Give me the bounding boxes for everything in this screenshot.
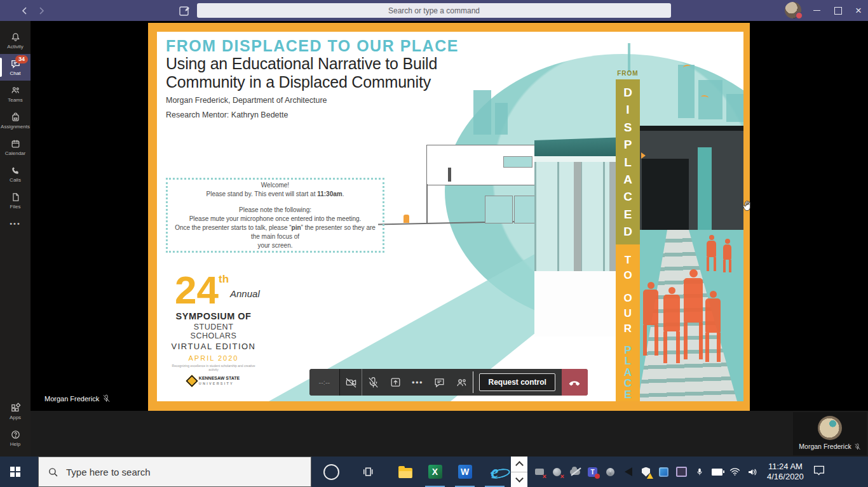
touchpad-icon[interactable] (676, 467, 687, 477)
presence-busy-dot (796, 12, 803, 19)
battery-icon[interactable] (712, 467, 722, 477)
teams-notification-icon[interactable]: T (587, 467, 598, 477)
request-control-button[interactable]: Request control (479, 373, 555, 391)
show-participants-button[interactable] (451, 369, 473, 396)
sidebar-item-apps[interactable]: Apps (0, 398, 31, 425)
child-figure (704, 235, 719, 271)
file-icon (10, 192, 21, 203)
sidebar-item-calls[interactable]: Calls (0, 161, 31, 187)
slide-mentor: Research Mentor: Kathryn Bedette (166, 110, 288, 119)
show-chat-button[interactable] (428, 369, 451, 396)
sidebar-item-activity[interactable]: Activity (0, 27, 31, 54)
banner-yellow-segment: T O O U R P L A C E (616, 244, 640, 401)
start-button[interactable] (0, 457, 31, 487)
call-timer: --:-- (309, 369, 340, 396)
backpack-icon (10, 112, 21, 123)
teams-icon (10, 85, 21, 97)
device-error-icon[interactable]: × (552, 467, 562, 477)
task-view-button[interactable] (353, 457, 383, 487)
back-icon[interactable] (19, 5, 31, 17)
onedrive-offline-icon[interactable] (569, 467, 580, 477)
mic-off-icon (367, 377, 379, 389)
new-chat-icon[interactable] (178, 4, 191, 17)
action-center-button[interactable] (813, 465, 825, 479)
section-window (485, 196, 513, 223)
printer-error-icon[interactable]: × (534, 467, 545, 477)
sidebar-item-help[interactable]: Help (0, 425, 31, 451)
taskbar-clock[interactable]: 11:24 AM 4/16/2020 (767, 462, 804, 482)
scroll-down-icon[interactable] (511, 472, 527, 487)
orange-figure (403, 215, 409, 223)
self-video-tile[interactable]: Morgan Frederick (793, 412, 867, 455)
mute-button[interactable] (362, 369, 384, 396)
bottom-strip: Morgan Frederick (31, 411, 868, 457)
close-button[interactable]: × (848, 0, 868, 21)
skyline-graphic (495, 103, 508, 135)
wifi-icon[interactable] (729, 467, 740, 477)
symposium-number: 24 (175, 272, 219, 309)
participants-icon (456, 377, 468, 389)
word-button[interactable]: W (450, 457, 480, 487)
welcome-box: Welcome! Please stand by. This event wil… (166, 178, 384, 253)
more-actions-button[interactable]: ••• (407, 369, 429, 396)
windows-taskbar: Type here to search X W e (0, 457, 868, 487)
share-button[interactable] (384, 369, 407, 396)
self-name-label: Morgan Frederick (799, 443, 860, 450)
volume-icon[interactable] (747, 467, 758, 477)
system-tray: × × T (534, 467, 758, 477)
mic-off-icon (102, 394, 111, 403)
internet-explorer-button[interactable]: e (480, 457, 510, 487)
maximize-button[interactable] (827, 0, 849, 21)
child-figure (681, 269, 705, 359)
sidebar-item-more[interactable]: ••• (0, 214, 31, 233)
sidebar-item-files[interactable]: Files (0, 187, 31, 214)
child-figure (721, 239, 734, 272)
excel-button[interactable]: X (420, 457, 450, 487)
more-icon: ••• (10, 220, 21, 227)
sidebar-item-teams[interactable]: Teams (0, 81, 31, 107)
apps-icon (10, 403, 21, 414)
banner-place-label: P L A C E (616, 345, 640, 401)
skyline-graphic (726, 94, 743, 122)
intel-graphics-icon[interactable] (658, 467, 669, 477)
skyline-graphic (698, 80, 722, 119)
symposium-annual: Annual (230, 288, 260, 299)
skyline-spire-graphic (628, 43, 630, 72)
sidebar-item-assignments[interactable]: Assignments (0, 107, 31, 134)
forward-icon[interactable] (36, 5, 47, 17)
skyline-graphic (473, 90, 491, 135)
hang-up-button[interactable] (562, 369, 588, 396)
shared-slide: FROM D I S P L A C E D T O O U R P L A C… (157, 32, 743, 401)
walkway-graphic (637, 230, 743, 401)
teams-titlebar: Search or type a command × (0, 0, 868, 21)
file-explorer-button[interactable] (390, 457, 420, 487)
section-figure (448, 168, 451, 182)
scroll-up-icon[interactable] (511, 457, 527, 472)
creative-cloud-icon[interactable] (605, 467, 616, 477)
sidebar-item-calendar[interactable]: Calendar (0, 134, 31, 161)
banner-from-label: FROM (616, 70, 640, 79)
hand-cursor (742, 200, 752, 214)
defender-warning-icon[interactable] (641, 467, 651, 477)
section-window (514, 196, 536, 223)
search-input[interactable]: Search or type a command (197, 3, 671, 18)
sidebar-item-chat[interactable]: 34 Chat (0, 54, 31, 81)
child-figure (703, 291, 723, 362)
microphone-icon[interactable] (694, 467, 705, 477)
taskbar-scroll[interactable] (511, 457, 527, 487)
speaker-device-icon[interactable] (623, 467, 634, 477)
slide-title: FROM DISPLACED TO OUR PLACE (166, 37, 459, 55)
vertical-banner: FROM D I S P L A C E D T O O U R P L A C… (616, 70, 640, 401)
slide-subtitle: Using an Educational Narrative to Build … (166, 55, 437, 91)
child-figure (641, 282, 661, 356)
word-icon: W (458, 465, 472, 479)
windows-logo-icon (10, 467, 20, 477)
chat-icon (433, 377, 445, 389)
camera-off-button[interactable] (340, 369, 363, 396)
banner-arrow-graphic (641, 152, 646, 159)
internet-explorer-icon: e (491, 464, 499, 480)
cortana-button[interactable] (316, 457, 346, 487)
share-screen-icon (390, 377, 402, 389)
minimize-button[interactable] (806, 0, 827, 21)
taskbar-search-input[interactable]: Type here to search (38, 457, 311, 487)
